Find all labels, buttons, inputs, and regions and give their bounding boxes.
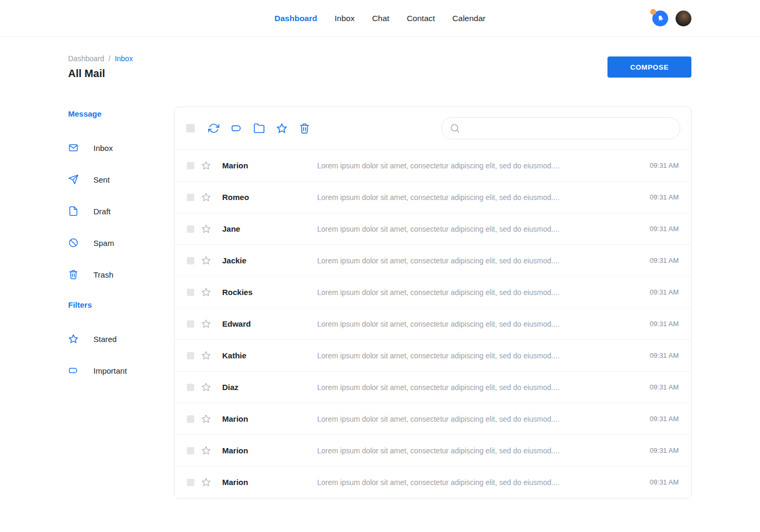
breadcrumb-inbox[interactable]: Inbox bbox=[115, 54, 132, 63]
compose-button[interactable]: COMPOSE bbox=[607, 56, 691, 78]
mail-row[interactable]: Marion Lorem ipsum dolor sit amet, conse… bbox=[175, 149, 691, 181]
mail-list: Marion Lorem ipsum dolor sit amet, conse… bbox=[175, 149, 691, 498]
row-checkbox[interactable] bbox=[187, 320, 194, 328]
sidebar-item-label: Stared bbox=[93, 335, 117, 344]
row-checkbox[interactable] bbox=[187, 352, 194, 359]
star-icon[interactable] bbox=[201, 382, 211, 392]
mail-row[interactable]: Marion Lorem ipsum dolor sit amet, conse… bbox=[175, 403, 691, 434]
mail-preview: Lorem ipsum dolor sit amet, consectetur … bbox=[317, 352, 643, 360]
star-icon[interactable] bbox=[201, 319, 211, 329]
mail-row[interactable]: Marion Lorem ipsum dolor sit amet, conse… bbox=[175, 466, 691, 498]
star-icon[interactable] bbox=[201, 160, 211, 170]
search-box[interactable] bbox=[441, 117, 680, 139]
row-checkbox[interactable] bbox=[187, 415, 194, 423]
sidebar-item[interactable]: Draft bbox=[68, 195, 174, 227]
mail-row[interactable]: Marion Lorem ipsum dolor sit amet, conse… bbox=[175, 434, 691, 466]
sidebar-item[interactable]: Spam bbox=[68, 227, 174, 259]
row-checkbox[interactable] bbox=[187, 162, 194, 169]
star-icon[interactable] bbox=[276, 122, 288, 134]
breadcrumb-separator: / bbox=[109, 54, 111, 63]
mail-row[interactable]: Kathie Lorem ipsum dolor sit amet, conse… bbox=[175, 339, 691, 371]
row-checkbox[interactable] bbox=[187, 257, 194, 264]
mail-sender: Diaz bbox=[222, 383, 317, 392]
sidebar-section-filters: Filters Stared Important bbox=[68, 300, 174, 386]
mail-preview: Lorem ipsum dolor sit amet, consectetur … bbox=[317, 446, 643, 455]
row-checkbox[interactable] bbox=[187, 289, 194, 296]
mail-preview: Lorem ipsum dolor sit amet, consectetur … bbox=[317, 162, 643, 170]
breadcrumb-dashboard[interactable]: Dashboard bbox=[68, 54, 104, 63]
toolbar-actions bbox=[208, 122, 310, 134]
sidebar-section-title: Filters bbox=[68, 300, 174, 310]
star-icon[interactable] bbox=[201, 350, 211, 360]
label-icon bbox=[68, 365, 79, 376]
mail-preview: Lorem ipsum dolor sit amet, consectetur … bbox=[317, 320, 643, 328]
nav-item[interactable]: Chat bbox=[372, 14, 390, 23]
mail-time: 09:31 AM bbox=[650, 320, 679, 328]
mail-preview: Lorem ipsum dolor sit amet, consectetur … bbox=[317, 383, 643, 392]
trash-icon[interactable] bbox=[299, 122, 310, 134]
star-icon[interactable] bbox=[201, 414, 211, 424]
sidebar-item[interactable]: Stared bbox=[68, 323, 174, 355]
mail-row[interactable]: Rockies Lorem ipsum dolor sit amet, cons… bbox=[175, 276, 691, 308]
star-icon[interactable] bbox=[201, 287, 211, 297]
mail-time: 09:31 AM bbox=[650, 162, 679, 169]
sidebar-item[interactable]: Important bbox=[68, 355, 174, 386]
notification-badge bbox=[650, 9, 656, 15]
mail-preview: Lorem ipsum dolor sit amet, consectetur … bbox=[317, 478, 643, 487]
row-checkbox[interactable] bbox=[187, 447, 194, 454]
sidebar-item-label: Draft bbox=[93, 207, 111, 216]
mail-row[interactable]: Jackie Lorem ipsum dolor sit amet, conse… bbox=[175, 244, 691, 276]
star-icon[interactable] bbox=[201, 445, 211, 455]
star-icon[interactable] bbox=[201, 224, 211, 234]
bell-icon bbox=[656, 14, 665, 23]
mail-sender: Marion bbox=[222, 161, 317, 170]
mail-sender: Romeo bbox=[222, 193, 317, 202]
sidebar-filter-items: Stared Important bbox=[68, 323, 174, 386]
notifications-button[interactable] bbox=[652, 11, 668, 26]
row-checkbox[interactable] bbox=[187, 384, 194, 391]
mail-preview: Lorem ipsum dolor sit amet, consectetur … bbox=[317, 415, 643, 423]
label-icon[interactable] bbox=[231, 122, 242, 134]
row-checkbox[interactable] bbox=[187, 479, 194, 486]
avatar[interactable] bbox=[676, 11, 691, 26]
nav-item[interactable]: Contact bbox=[407, 14, 435, 23]
mail-row[interactable]: Jane Lorem ipsum dolor sit amet, consect… bbox=[175, 213, 691, 244]
sidebar-item-label: Inbox bbox=[93, 144, 113, 153]
row-checkbox[interactable] bbox=[187, 225, 194, 233]
sidebar-item-label: Trash bbox=[93, 270, 113, 279]
folder-icon[interactable] bbox=[253, 122, 265, 134]
nav-item[interactable]: Calendar bbox=[452, 14, 486, 23]
sidebar-item[interactable]: Inbox bbox=[68, 132, 174, 164]
row-checkbox[interactable] bbox=[187, 194, 194, 201]
send-icon bbox=[68, 174, 79, 185]
mail-icon bbox=[68, 142, 79, 153]
mail-row[interactable]: Diaz Lorem ipsum dolor sit amet, consect… bbox=[175, 371, 691, 403]
sidebar-item[interactable]: Trash bbox=[68, 259, 174, 290]
mail-row[interactable]: Edward Lorem ipsum dolor sit amet, conse… bbox=[175, 308, 691, 339]
select-all-checkbox[interactable] bbox=[186, 124, 195, 132]
mail-time: 09:31 AM bbox=[650, 352, 679, 359]
star-icon[interactable] bbox=[201, 192, 211, 202]
sidebar: Message Inbox Sent Draft bbox=[68, 107, 174, 386]
topnav-right bbox=[652, 11, 691, 26]
search-input[interactable] bbox=[465, 124, 672, 132]
star-icon[interactable] bbox=[201, 255, 211, 265]
page-header-left: Dashboard / Inbox All Mail bbox=[68, 54, 133, 80]
mail-sender: Marion bbox=[222, 446, 317, 455]
mail-sender: Jane bbox=[222, 224, 317, 233]
top-navbar: Dashboard Inbox Chat Contact Calendar bbox=[0, 0, 760, 37]
main-nav: Dashboard Inbox Chat Contact Calendar bbox=[274, 14, 486, 23]
mail-sender: Rockies bbox=[222, 288, 317, 297]
refresh-icon[interactable] bbox=[208, 122, 220, 134]
star-icon[interactable] bbox=[201, 477, 211, 487]
sidebar-item-label: Important bbox=[93, 366, 127, 375]
sidebar-item[interactable]: Sent bbox=[68, 164, 174, 195]
mail-preview: Lorem ipsum dolor sit amet, consectetur … bbox=[317, 225, 643, 233]
nav-item[interactable]: Inbox bbox=[335, 14, 355, 23]
breadcrumb: Dashboard / Inbox bbox=[68, 54, 133, 63]
nav-item[interactable]: Dashboard bbox=[274, 14, 317, 23]
sidebar-item-label: Spam bbox=[93, 239, 114, 248]
mail-toolbar bbox=[175, 107, 691, 149]
mail-row[interactable]: Romeo Lorem ipsum dolor sit amet, consec… bbox=[175, 181, 691, 213]
mail-sender: Marion bbox=[222, 478, 317, 487]
